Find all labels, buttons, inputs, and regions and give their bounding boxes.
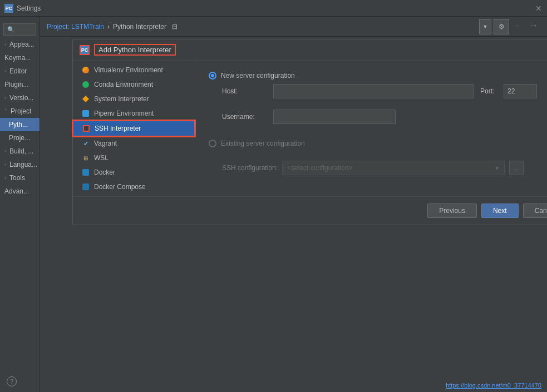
breadcrumb-icon: ⊟ [172, 23, 178, 31]
dialog-title-bar: PC Add Python Interpreter ✕ [73, 39, 547, 61]
chevron-icon: › [4, 42, 6, 47]
username-row: Username: [222, 110, 547, 124]
sidebar-item-label: Editor [9, 67, 27, 75]
interpreter-virtualenv[interactable]: Virtualenv Environment [73, 63, 195, 77]
chevron-icon: › [4, 95, 6, 101]
sidebar-item-label: Advan... [4, 187, 29, 195]
settings-gear-button[interactable]: ⚙ [494, 19, 509, 34]
interpreter-label: Pipenv Environment [94, 110, 154, 117]
sidebar-item-label: Keyma... [4, 54, 31, 62]
sidebar-item-label: Plugin... [4, 81, 28, 88]
sidebar-item-label: Pyth... [9, 121, 28, 128]
sidebar-item-python[interactable]: Pyth... [0, 118, 40, 131]
interpreter-ssh[interactable]: SSH Interpreter [73, 121, 195, 136]
radio-new-server[interactable]: New server configuration [209, 72, 547, 80]
sidebar-item-version[interactable]: › Versio... [0, 91, 40, 105]
vagrant-icon: ✔ [82, 140, 90, 147]
sidebar-item-plugins[interactable]: Plugin... [0, 78, 40, 91]
interpreter-label: Virtualenv Environment [94, 66, 163, 74]
docker-icon [82, 168, 90, 176]
radio-group: New server configuration Host: Port: Use… [209, 72, 547, 175]
interpreter-label: Conda Environment [94, 81, 153, 88]
wsl-icon: ⊞ [82, 154, 90, 162]
select-arrow-icon: ▼ [494, 165, 500, 171]
sidebar-item-build[interactable]: › Build, ... [0, 145, 40, 158]
interpreter-pipenv[interactable]: Pipenv Environment [73, 106, 195, 121]
window-title: Settings [17, 4, 535, 12]
ssh-config-label: SSH configuration: [222, 164, 278, 172]
sidebar-item-tools[interactable]: › Tools [0, 171, 40, 185]
system-icon [82, 95, 90, 103]
dropdown-button[interactable]: ▼ [479, 19, 491, 34]
chevron-icon: ˅ [4, 108, 7, 114]
radio-input-existing[interactable] [209, 140, 216, 147]
sidebar-item-keymap[interactable]: Keyma... [0, 51, 40, 64]
interpreter-conda[interactable]: Conda Environment [73, 77, 195, 92]
breadcrumb-bar: Project: LSTMTrain › Python Interpreter … [40, 17, 547, 37]
ssh-config-placeholder: <select configuration> [287, 164, 352, 172]
host-input[interactable] [273, 84, 474, 98]
chevron-icon: › [4, 148, 6, 154]
forward-nav-button[interactable]: → [527, 19, 540, 32]
ssh-browse-button[interactable]: ... [509, 161, 524, 175]
host-label: Host: [222, 87, 267, 95]
pipenv-icon [82, 110, 90, 117]
sidebar-item-label: Proje... [9, 134, 30, 142]
cancel-button[interactable]: Cancel [523, 204, 547, 218]
radio-label-new: New server configuration [221, 72, 295, 80]
interpreter-label: Docker [94, 168, 115, 176]
next-button[interactable]: Next [481, 204, 519, 218]
sidebar-search[interactable]: 🔍 [3, 23, 36, 36]
dialog-footer: Previous Next Cancel [73, 196, 547, 225]
sidebar-item-project[interactable]: ˅ Project [0, 105, 40, 118]
sidebar-item-label: Versio... [9, 94, 33, 102]
radio-existing-server[interactable]: Existing server configuration [209, 140, 547, 147]
breadcrumb-page: Python Interpreter [113, 23, 166, 31]
sidebar-item-project2[interactable]: Proje... [0, 131, 40, 145]
interpreter-docker-compose[interactable]: Docker Compose [73, 180, 195, 194]
sidebar-item-label: Appea... [9, 41, 35, 48]
back-nav-button[interactable]: ← [511, 19, 525, 32]
username-input[interactable] [273, 110, 396, 124]
dialog-body: Virtualenv Environment Conda Environment… [73, 61, 547, 196]
interpreter-list: Virtualenv Environment Conda Environment… [73, 61, 195, 196]
search-icon: 🔍 [7, 26, 15, 33]
interpreter-system[interactable]: System Interpreter [73, 92, 195, 106]
sidebar-item-editor[interactable]: › Editor [0, 64, 40, 78]
sidebar-item-languages[interactable]: › Langua... [0, 158, 40, 171]
chevron-icon: › [4, 68, 6, 74]
dialog-right-panel: New server configuration Host: Port: Use… [195, 61, 547, 196]
chevron-icon: › [4, 175, 6, 181]
interpreter-label: WSL [94, 154, 109, 162]
interpreter-vagrant[interactable]: ✔ Vagrant [73, 136, 195, 151]
help-button[interactable]: ? [7, 376, 17, 386]
sidebar: 🔍 › Appea... Keyma... › Editor Plugin...… [0, 17, 40, 392]
interpreter-label: Vagrant [94, 140, 117, 147]
sidebar-item-advanced[interactable]: Advan... [0, 185, 40, 198]
interpreter-label: System Interpreter [94, 95, 149, 103]
interpreter-label: SSH Interpreter [95, 125, 141, 132]
ssh-config-select[interactable]: <select configuration> ▼ [282, 161, 505, 175]
ssh-icon [82, 125, 90, 132]
interpreter-wsl[interactable]: ⊞ WSL [73, 151, 195, 165]
interpreter-label: Docker Compose [94, 183, 146, 191]
sidebar-item-label: Build, ... [9, 147, 33, 155]
interpreter-docker[interactable]: Docker [73, 165, 195, 180]
chevron-icon: › [4, 162, 6, 167]
window-close-button[interactable]: ✕ [535, 4, 543, 12]
previous-button[interactable]: Previous [427, 204, 477, 218]
docker-compose-icon [82, 183, 90, 191]
radio-input-new[interactable] [209, 72, 216, 80]
title-bar: PC Settings ✕ [0, 0, 547, 17]
sidebar-item-label: Project [11, 107, 31, 115]
virtualenv-icon [82, 66, 90, 74]
sidebar-item-appearance[interactable]: › Appea... [0, 38, 40, 51]
settings-container: 🔍 › Appea... Keyma... › Editor Plugin...… [0, 17, 547, 392]
watermark-link[interactable]: https://blog.csdn.net/m0_37714470 [446, 382, 541, 389]
port-input[interactable] [504, 84, 537, 98]
ssh-config-row: SSH configuration: <select configuration… [222, 161, 547, 175]
username-label: Username: [222, 113, 267, 121]
add-python-interpreter-dialog: PC Add Python Interpreter ✕ Virtualenv E… [72, 39, 547, 225]
breadcrumb-project: Project: LSTMTrain [47, 23, 104, 31]
conda-icon [82, 81, 90, 88]
